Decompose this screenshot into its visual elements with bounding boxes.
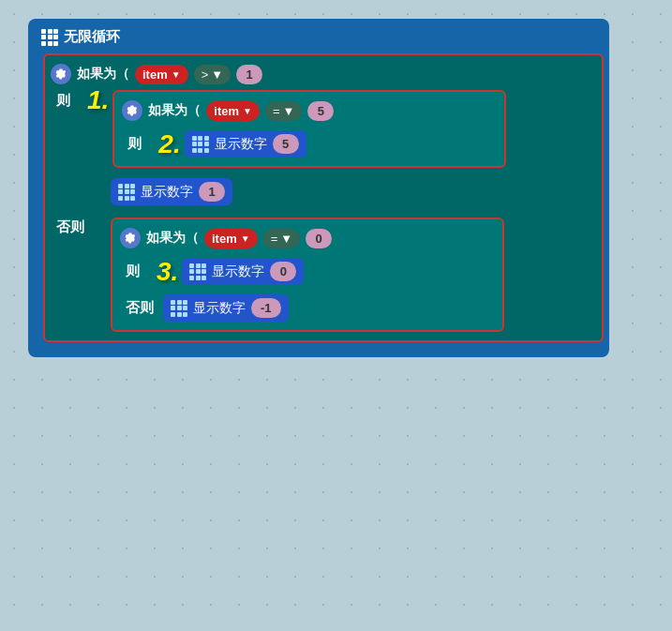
grid-icon-show5 [192,136,209,153]
inner-item-arrow-1: ▼ [243,106,252,116]
else-label-inner-2: 否则 [120,295,159,321]
num3-label: 3. [157,259,178,285]
grid-icon-showm1 [171,300,187,317]
outer-item-arrow: ▼ [172,69,181,80]
show-val-5[interactable]: 5 [273,134,299,154]
then-branch: 则 1. 如果为（ [51,87,596,171]
show-num-label-1: 显示数字 [141,184,193,201]
else-branch: 否则 如果为（ [51,215,596,335]
outer-if-row: 如果为（ item ▼ > ▼ 1 [51,61,596,87]
inner-if-row-2: 如果为（ item ▼ = ▼ 0 [120,225,495,251]
show-num-label-m1: 显示数字 [193,300,246,317]
show-val-0[interactable]: 0 [270,262,296,281]
grid-icon-show0 [189,263,206,280]
outer-if-block: 如果为（ item ▼ > ▼ 1 则 1. [43,53,604,342]
num1-label: 1. [87,87,109,113]
show-val-1[interactable]: 1 [199,182,225,202]
inner-if-row-1: 如果为（ item ▼ = ▼ 5 [122,98,497,124]
show-num-block-1: 显示数字 1 [111,178,232,205]
outer-gear-button[interactable] [51,64,71,84]
inner-item-pill-2[interactable]: item ▼ [204,229,258,248]
inner-op-pill-1[interactable]: = ▼ [265,101,302,121]
outer-op-pill[interactable]: > ▼ [194,65,231,84]
inner-gear-button-1[interactable] [122,100,142,121]
inner-if-label-1: 如果为（ [148,102,201,119]
grid-icon [41,29,58,46]
show-num-label-0: 显示数字 [212,263,264,280]
show-num-block-5: 显示数字 5 [185,130,306,158]
then-label-1: 则 [51,88,83,113]
show-val-m1[interactable]: -1 [251,298,281,318]
infinite-loop-header: 无限循环 [34,24,604,50]
infinite-loop-label: 无限循环 [64,28,120,46]
inner-val-pill-1[interactable]: 5 [307,101,334,121]
inner-gear-button-2[interactable] [120,228,141,248]
inner-op-pill-2[interactable]: = ▼ [263,229,300,248]
inner-if-block-1: 如果为（ item ▼ = ▼ 5 [112,90,506,168]
outer-val-pill[interactable]: 1 [236,65,262,84]
outer-if-label: 如果为（ [77,66,129,83]
num2-label: 2. [158,131,180,158]
then-label-inner-2: 则 [120,259,153,284]
show-num-label-5: 显示数字 [215,136,267,153]
inner-if-block-2: 如果为（ item ▼ = ▼ 0 [111,218,504,332]
inner-item-pill-1[interactable]: item ▼ [206,101,260,121]
show-num-block-0: 显示数字 0 [182,258,304,285]
else-label-1: 否则 [51,215,90,238]
grid-icon-show1 [118,184,135,201]
then-label-inner-1: 则 [122,131,155,157]
show-num-block-m1: 显示数字 -1 [163,294,289,322]
outer-item-pill[interactable]: item ▼ [135,65,188,84]
inner-val-pill-2[interactable]: 0 [306,229,332,248]
inner-item-arrow-2: ▼ [241,233,250,244]
infinite-loop-block: 无限循环 如果为（ item ▼ > ▼ [28,19,609,357]
inner-if-label-2: 如果为（ [146,230,199,247]
